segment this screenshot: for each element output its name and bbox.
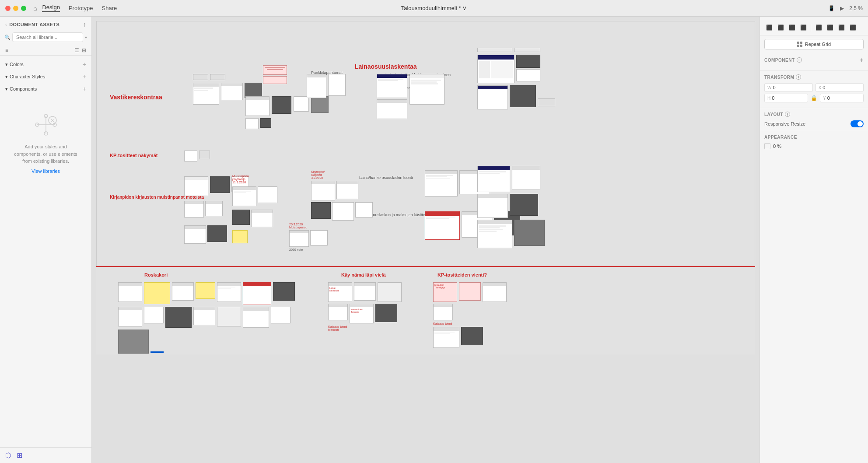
components-add-button[interactable]: + — [83, 85, 86, 92]
frame-cluster-kirjanpito — [184, 201, 227, 244]
height-input[interactable] — [772, 95, 789, 101]
wireframe-screen — [243, 307, 269, 328]
colors-add-button[interactable]: + — [83, 61, 86, 68]
wireframe-screen — [477, 55, 514, 83]
wireframe-screen-dark — [207, 225, 227, 242]
canvas-area[interactable]: Vastikereskontraa KP-tositteet näkymät K… — [92, 17, 760, 463]
wireframe-screen — [516, 69, 540, 81]
sidebar-title: DOCUMENT ASSETS — [9, 22, 60, 27]
component-info-icon[interactable]: i — [797, 57, 802, 63]
lainaosuuslaskentaa-label: Lainaosuuslaskentaa — [355, 63, 417, 70]
wireframe-screen-dark — [510, 85, 536, 107]
zoom-level[interactable]: 2,5 % — [849, 5, 863, 11]
grid-view-icon[interactable]: ⊞ — [82, 47, 86, 53]
mobile-icon[interactable]: 📱 — [828, 5, 835, 11]
character-styles-section: ▾ Character Styles + — [5, 71, 86, 82]
frame-cluster-farright-top — [477, 48, 556, 109]
component-section: COMPONENT i + — [760, 53, 868, 71]
titlebar: ⌂ Design Prototype Share Talousmoduulihi… — [0, 0, 868, 17]
wireframe-screen — [184, 176, 208, 196]
responsive-row: Responsive Resize — [764, 120, 864, 127]
wireframe-screen-dark — [232, 210, 250, 225]
wireframe-screen — [433, 327, 459, 348]
canvas-scroll[interactable]: Vastikereskontraa KP-tositteet näkymät K… — [92, 17, 760, 463]
home-icon[interactable]: ⌂ — [33, 5, 37, 12]
assets-icon[interactable]: ⊞ — [17, 451, 22, 459]
kp-tositteet-label: KP-tositteet näkymät — [110, 153, 158, 158]
wireframe-screen — [289, 230, 309, 247]
mini-bar — [514, 48, 540, 52]
wireframe-screen — [355, 202, 373, 217]
y-field[interactable]: Y — [820, 94, 864, 102]
align-spread-v-icon[interactable]: ⬛ — [848, 23, 858, 32]
wireframe-screen-dark — [272, 96, 291, 114]
kp-vienti-label: KP-tositteiden vienti? — [438, 272, 487, 277]
nav-design[interactable]: Design — [42, 4, 60, 12]
wireframe-screen-mid — [118, 330, 149, 354]
align-bottom-icon[interactable]: ⬛ — [836, 23, 846, 32]
character-styles-add-button[interactable]: + — [83, 73, 86, 80]
wireframe-screen-dark — [461, 327, 483, 345]
right-toolbar: ⬛ ⬛ ⬛ ⬛ ⬛ ⬛ ⬛ ⬛ — [760, 20, 868, 35]
x-field[interactable]: X — [816, 83, 864, 92]
sidebar-back-icon[interactable]: ‹ — [5, 22, 7, 27]
layout-info-icon[interactable]: i — [785, 112, 790, 117]
transform-row-1: W X — [764, 83, 864, 92]
wireframe-screen — [184, 225, 206, 244]
search-dropdown-icon[interactable]: ▾ — [85, 35, 87, 40]
wireframe-screen — [294, 96, 309, 112]
x-input[interactable] — [822, 85, 840, 90]
play-button[interactable]: ▶ — [840, 5, 844, 11]
align-spread-h-icon[interactable]: ⬛ — [798, 23, 808, 32]
titlebar-nav: Design Prototype Share — [42, 4, 117, 12]
wireframe-screen: KuuluminenToiminto — [350, 304, 374, 323]
align-center-v-icon[interactable]: ⬛ — [825, 23, 835, 32]
filter-icon[interactable]: ≡ — [5, 47, 8, 53]
wireframe-screen — [328, 74, 346, 96]
align-left-icon[interactable]: ⬛ — [764, 23, 774, 32]
wireframe-screen-dark — [375, 304, 397, 322]
align-top-icon[interactable]: ⬛ — [814, 23, 823, 32]
nav-share[interactable]: Share — [102, 5, 117, 11]
frame-cluster-lainaosuus — [377, 74, 444, 119]
transform-info-icon[interactable]: i — [796, 74, 801, 80]
height-field[interactable]: H — [764, 94, 808, 102]
wireframe-screen-dark — [260, 118, 271, 128]
kay-nama-label: Käy nämä läpi vielä — [341, 272, 386, 277]
height-label: H — [767, 96, 770, 101]
wireframe-screen — [310, 230, 328, 246]
nav-prototype[interactable]: Prototype — [69, 5, 93, 11]
align-right-icon[interactable]: ⬛ — [787, 23, 797, 32]
wireframe-screen — [172, 282, 194, 301]
minimize-button[interactable] — [13, 6, 18, 11]
wireframe-screen-mid — [514, 220, 545, 246]
wireframe-screen — [538, 98, 555, 106]
align-center-h-icon[interactable]: ⬛ — [776, 23, 785, 32]
wireframe-screen — [144, 307, 164, 323]
wireframe-screen — [378, 282, 402, 302]
maximize-button[interactable] — [21, 6, 26, 11]
lock-aspect-icon[interactable]: 🔒 — [811, 95, 817, 101]
wireframe-screen-mid — [311, 96, 329, 113]
view-libraries-link[interactable]: View libraries — [32, 168, 60, 174]
responsive-label: Responsive Resize — [764, 121, 805, 126]
repeat-grid-button[interactable]: Repeat Grid — [764, 39, 864, 49]
wireframe-screen-dark — [273, 282, 295, 301]
list-view-icon[interactable]: ☰ — [74, 47, 79, 53]
y-input[interactable] — [827, 95, 845, 101]
wireframe-screen — [483, 282, 507, 302]
layers-icon[interactable]: ⬡ — [5, 451, 11, 459]
component-empty-state: Add your styles and components, or use e… — [5, 103, 86, 182]
close-button[interactable] — [5, 6, 10, 11]
frame-cluster-bottom-center: 20.3.2020Muistinpanot 2020 note — [289, 223, 328, 251]
component-add-button[interactable]: + — [860, 56, 864, 63]
search-input[interactable] — [12, 32, 83, 42]
responsive-toggle[interactable] — [850, 120, 864, 127]
opacity-checkbox[interactable] — [764, 143, 770, 149]
width-field[interactable]: W — [764, 83, 813, 92]
wireframe-screen-red — [425, 211, 460, 240]
width-input[interactable] — [773, 85, 790, 90]
upload-icon[interactable]: ↑ — [83, 21, 86, 28]
toolbar-divider — [811, 24, 811, 32]
sidebar-header: ‹ DOCUMENT ASSETS ↑ — [0, 17, 91, 31]
